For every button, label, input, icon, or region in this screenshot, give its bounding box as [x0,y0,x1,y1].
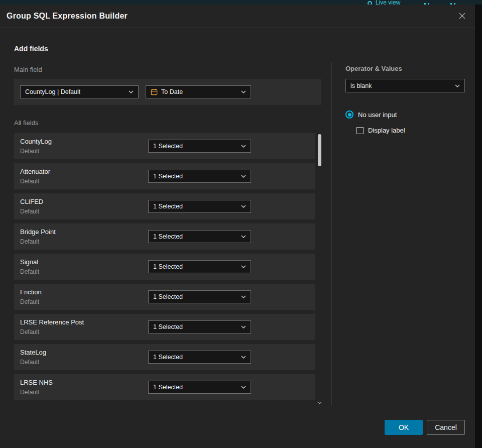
field-name: LRSE NHS [20,379,53,386]
group-sql-expression-builder-dialog: Group SQL Expression Builder Add fields … [0,5,475,448]
main-field-dropdown-value: CountyLog | Default [25,88,80,95]
field-subtitle: Default [20,178,39,185]
field-selected-dropdown[interactable]: 1 Selected [148,320,251,333]
field-subtitle: Default [20,359,39,366]
field-subtitle: Default [20,389,39,396]
pause-icon [424,1,431,5]
field-selected-value: 1 Selected [153,384,183,391]
radio-selected-icon[interactable] [345,110,353,119]
chevron-down-icon [241,175,246,178]
field-subtitle: Default [20,208,39,215]
calendar-icon [151,88,158,95]
chevron-down-icon [241,295,246,298]
display-label-option[interactable]: Display label [356,127,405,134]
field-row: CLIFED Default 1 Selected [14,193,315,219]
field-subtitle: Default [20,148,39,155]
field-selected-dropdown[interactable]: 1 Selected [148,260,251,273]
all-fields-label: All fields [14,119,38,127]
display-label-checkbox[interactable] [356,127,364,134]
operator-dropdown-value: is blank [350,82,372,89]
live-view-icon [368,1,372,5]
field-selected-value: 1 Selected [153,354,183,361]
field-selected-dropdown[interactable]: 1 Selected [148,351,251,364]
chevron-down-icon [241,90,246,93]
field-selected-value: 1 Selected [153,293,183,300]
main-field-row: CountyLog | Default To Date [14,79,321,105]
chevron-down-icon [241,325,246,328]
chevron-down-icon [241,265,246,268]
field-row: CountyLog Default 1 Selected [14,133,315,159]
field-row: Signal Default 1 Selected [14,254,315,280]
column-divider [331,62,332,405]
field-selected-dropdown[interactable]: 1 Selected [148,140,251,153]
close-icon[interactable] [456,10,468,22]
field-subtitle: Default [20,328,39,335]
field-row: Bridge Point Default 1 Selected [14,223,315,250]
field-selected-dropdown[interactable]: 1 Selected [148,200,251,213]
field-name: StateLog [20,349,46,356]
field-row: LRSE Reference Post Default 1 Selected [14,314,315,340]
field-row: Attenuator Default 1 Selected [14,163,315,189]
field-selected-dropdown[interactable]: 1 Selected [148,381,251,394]
live-view-label: Live view [376,0,400,5]
chevron-down-icon [129,90,134,93]
no-user-input-label: No user input [358,111,397,119]
scroll-down-icon[interactable] [317,401,322,404]
field-selected-value: 1 Selected [153,143,183,150]
field-selected-value: 1 Selected [153,323,183,330]
chevron-down-icon [455,84,460,87]
field-row: LRSE NHS Default 1 Selected [14,374,315,400]
field-subtitle: Default [20,268,39,275]
chevron-down-icon [241,145,246,148]
ok-button[interactable]: OK [385,420,423,435]
field-name: Attenuator [20,168,50,175]
pause-icon [450,1,457,5]
field-selected-dropdown[interactable]: 1 Selected [148,170,251,183]
field-selected-value: 1 Selected [153,263,183,270]
scrollbar[interactable] [317,133,322,404]
section-title: Add fields [14,45,48,53]
field-name: Friction [20,288,42,296]
scrollbar-thumb[interactable] [318,134,321,166]
display-label-text: Display label [368,127,405,134]
no-user-input-option[interactable]: No user input [345,110,397,119]
chevron-down-icon [241,205,246,208]
dialog-header: Group SQL Expression Builder [0,5,475,28]
chevron-down-icon [241,235,246,238]
field-name: Bridge Point [20,228,56,236]
field-name: CLIFED [20,198,43,205]
field-selected-value: 1 Selected [153,233,183,240]
field-selected-dropdown[interactable]: 1 Selected [148,230,251,243]
chevron-down-icon [241,386,246,389]
field-selected-value: 1 Selected [153,173,183,180]
main-field-label: Main field [14,66,42,73]
cancel-button[interactable]: Cancel [427,420,465,435]
field-subtitle: Default [20,238,39,245]
field-subtitle: Default [20,298,39,305]
field-selected-value: 1 Selected [153,203,183,210]
operator-dropdown[interactable]: is blank [345,79,465,92]
field-row: Friction Default 1 Selected [14,284,315,310]
dialog-title: Group SQL Expression Builder [7,12,128,21]
field-name: Signal [20,258,38,266]
field-name: LRSE Reference Post [20,318,84,326]
operator-values-label: Operator & Values [345,65,402,72]
field-name: CountyLog [20,138,52,145]
chevron-down-icon [241,356,246,359]
main-field-dropdown[interactable]: CountyLog | Default [20,85,139,98]
field-selected-dropdown[interactable]: 1 Selected [148,290,251,303]
all-fields-list: CountyLog Default 1 Selected Attenuator … [14,133,315,404]
app-backdrop: Live view [0,0,482,5]
date-field-dropdown-value: To Date [161,88,183,95]
date-field-dropdown[interactable]: To Date [146,85,251,98]
field-row: StateLog Default 1 Selected [14,344,315,370]
